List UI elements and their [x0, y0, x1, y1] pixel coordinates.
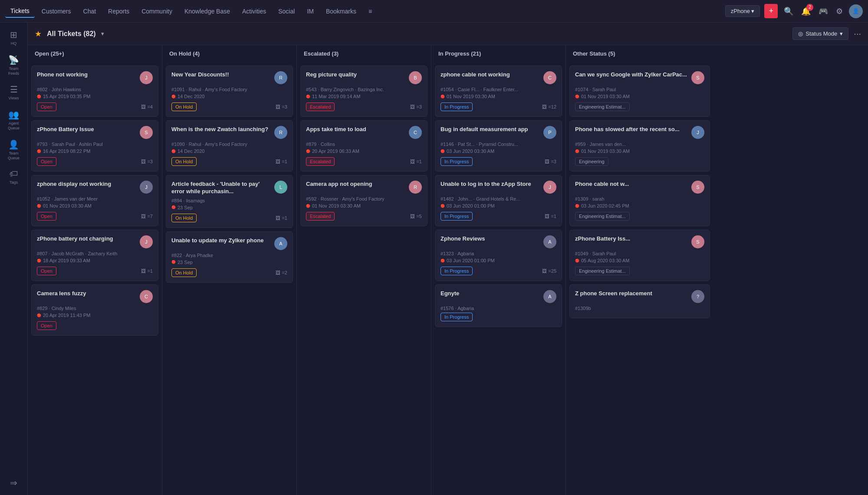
card-meta-2-1: #879 · Collins [306, 142, 422, 147]
card-4-1[interactable]: Phone has slowed after the recent so...J… [569, 120, 710, 172]
card-status-0-0[interactable]: Open [37, 102, 56, 111]
card-meta-4-4: #1309b [575, 306, 704, 311]
tickets-dropdown-arrow[interactable]: ▾ [101, 30, 104, 37]
card-status-4-2[interactable]: Engineering Estimat... [575, 212, 630, 221]
nav-activities[interactable]: Activities [237, 5, 271, 17]
card-status-2-0[interactable]: Escalated [306, 102, 335, 111]
sidebar-item-hq[interactable]: ⊞ HQ [2, 26, 26, 50]
card-status-3-2[interactable]: In Progress [441, 212, 473, 221]
card-3-4[interactable]: EgnyteA#1576 · AgbariaIn Progress [435, 284, 562, 327]
sidebar-item-team-feeds[interactable]: 📡 Team Feeds [2, 51, 26, 79]
star-icon[interactable]: ★ [35, 29, 42, 39]
card-avatar-1-2: L [274, 181, 287, 194]
card-status-3-1[interactable]: In Progress [441, 157, 473, 166]
card-status-4-3[interactable]: Engineering Estimat... [575, 267, 630, 275]
sidebar-label-hq: HQ [11, 41, 17, 46]
card-4-3[interactable]: zPhone Battery Iss...S#1049 · Sarah Paul… [569, 230, 710, 281]
card-avatar-0-0: J [140, 71, 153, 84]
card-status-3-3[interactable]: In Progress [441, 267, 473, 275]
card-0-0[interactable]: Phone not workingJ#802 · John Hawkins15 … [31, 66, 158, 117]
card-2-1[interactable]: Apps take time to loadC#879 · Collins20 … [300, 120, 427, 172]
card-1-2[interactable]: Article feedback - 'Unable to pay' error… [166, 175, 293, 228]
status-mode-button[interactable]: ◎ Status Mode ▾ [792, 27, 848, 40]
settings-button[interactable]: ⚙ [834, 5, 845, 18]
card-status-0-4[interactable]: Open [37, 321, 56, 330]
card-3-3[interactable]: Zphone ReviewsA#1323 · Agbaria03 Jun 202… [435, 230, 562, 281]
card-0-2[interactable]: zphone display not workingJ#1052 · James… [31, 175, 158, 226]
card-title-4-1: Phone has slowed after the recent so... [575, 126, 691, 133]
card-status-0-3[interactable]: Open [37, 267, 56, 275]
card-4-4[interactable]: Z phone Screen replacement?#1309b [569, 284, 710, 318]
card-4-0[interactable]: Can we sync Google with Zylker CarPac...… [569, 66, 710, 117]
card-date-3-2: 03 Jun 2020 01:00 PM [441, 203, 556, 208]
card-0-4[interactable]: Camera lens fuzzyC#829 · Cindy Miles20 A… [31, 284, 158, 336]
card-3-0[interactable]: zphone cable not workingC#1054 · Casie F… [435, 66, 562, 117]
nav-im[interactable]: IM [302, 5, 319, 17]
card-3-1[interactable]: Bug in default measurement appP#1146 · P… [435, 120, 562, 172]
nav-more[interactable]: ≡ [363, 5, 377, 17]
card-1-1[interactable]: When is the new Zwatch launching?R#1090 … [166, 120, 293, 172]
card-meta-0-4: #829 · Cindy Miles [37, 306, 153, 311]
card-date-0-4: 20 Apr 2019 11:43 PM [37, 313, 153, 318]
sidebar-item-views[interactable]: ☰ Views [2, 81, 26, 104]
search-button[interactable]: 🔍 [782, 5, 795, 18]
kanban-col-0: Open (25+)Phone not workingJ#802 · John … [28, 45, 162, 495]
card-2-2[interactable]: Camera app not openingR#592 · Rossner · … [300, 175, 427, 226]
zphone-button[interactable]: zPhone ▾ [725, 5, 760, 17]
notification-badge: 2 [806, 4, 813, 11]
card-status-0-1[interactable]: Open [37, 157, 56, 166]
card-3-2[interactable]: Unable to log in to the zApp StoreJ#1482… [435, 175, 562, 226]
nav-reports[interactable]: Reports [103, 5, 135, 17]
card-status-3-4[interactable]: In Progress [441, 313, 473, 321]
card-title-2-2: Camera app not opening [306, 181, 409, 188]
card-date-4-1: 01 Nov 2019 03:30 AM [575, 148, 704, 154]
card-status-4-0[interactable]: Engineering Estimat... [575, 102, 630, 111]
nav-customers[interactable]: Customers [36, 5, 76, 17]
card-meta-4-1: #959 · James van den... [575, 142, 704, 147]
user-avatar[interactable]: 👤 [849, 4, 863, 18]
card-date-0-1: 16 Apr 2019 08:22 PM [37, 148, 153, 154]
sidebar-item-expand[interactable]: ⇒ [2, 474, 26, 492]
add-button[interactable]: + [764, 4, 778, 18]
card-count-1-2: 🖼 =1 [276, 215, 287, 221]
nav-tickets[interactable]: Tickets [5, 5, 35, 18]
card-title-4-0: Can we sync Google with Zylker CarPac... [575, 71, 691, 79]
card-title-3-3: Zphone Reviews [441, 235, 543, 243]
toolbar-more-button[interactable]: ··· [854, 29, 861, 39]
col-header-3: In Progress (21) [431, 45, 566, 62]
card-status-3-0[interactable]: In Progress [441, 102, 473, 111]
card-avatar-3-2: J [543, 181, 556, 194]
feeds-icon: 📡 [8, 55, 19, 65]
nav-social[interactable]: Social [273, 5, 300, 17]
status-mode-icon: ◎ [798, 30, 803, 37]
card-status-0-2[interactable]: Open [37, 212, 56, 221]
sidebar-item-tags[interactable]: 🏷 Tags [2, 165, 26, 188]
card-0-3[interactable]: zPhone battery not chargingJ#807 · Jacob… [31, 230, 158, 281]
nav-knowledge-base[interactable]: Knowledge Base [179, 5, 235, 17]
nav-chat[interactable]: Chat [78, 5, 102, 17]
card-count-0-3: 🖼 =1 [141, 268, 153, 274]
card-title-0-3: zPhone battery not charging [37, 235, 140, 243]
card-1-3[interactable]: Unable to update my Zylker phoneA#822 · … [166, 231, 293, 283]
card-status-2-2[interactable]: Escalated [306, 212, 335, 221]
card-status-1-1[interactable]: On Hold [171, 157, 197, 166]
card-status-1-2[interactable]: On Hold [171, 214, 197, 222]
gamepad-button[interactable]: 🎮 [817, 5, 830, 18]
card-avatar-4-2: S [691, 181, 704, 194]
card-status-2-1[interactable]: Escalated [306, 157, 335, 166]
hq-icon: ⊞ [10, 30, 17, 40]
card-meta-0-1: #793 · Sarah Paul · Ashlin Paul [37, 142, 153, 147]
card-0-1[interactable]: zPhone Battery IssueS#793 · Sarah Paul ·… [31, 120, 158, 172]
card-2-0[interactable]: Reg picture qualityB#543 · Barry Zingovi… [300, 66, 427, 117]
card-status-1-3[interactable]: On Hold [171, 268, 197, 277]
notifications-button[interactable]: 🔔 2 [799, 5, 812, 18]
sidebar-item-agent-queue[interactable]: 👥 Agent Queue [2, 106, 26, 134]
card-status-1-0[interactable]: On Hold [171, 102, 197, 111]
sidebar-item-team-queue[interactable]: 👤 Team Queue [2, 136, 26, 164]
nav-bookmarks[interactable]: Bookmarks [321, 5, 362, 17]
card-status-4-1[interactable]: Engineering [575, 157, 608, 166]
card-4-2[interactable]: Phone cable not w...S#1309 · sarah03 Jun… [569, 175, 710, 226]
sidebar-label-tags: Tags [10, 180, 18, 185]
nav-community[interactable]: Community [136, 5, 178, 17]
card-1-0[interactable]: New Year Discounts!!R#1091 · Rahul · Amy… [166, 66, 293, 117]
